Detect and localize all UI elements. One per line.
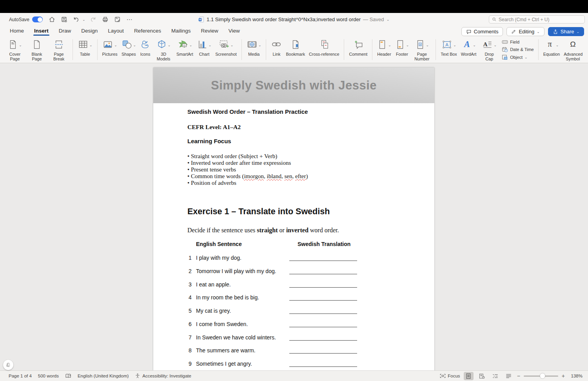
save-as-edit-icon[interactable]: [113, 15, 122, 24]
save-icon[interactable]: [60, 15, 68, 24]
zoom-slider-knob[interactable]: [540, 374, 545, 379]
svg-text:#: #: [419, 43, 421, 46]
autosave-toggle[interactable]: [32, 16, 43, 22]
translation-blank[interactable]: [289, 340, 357, 341]
footer-label: Footer: [396, 52, 408, 57]
translation-blank[interactable]: [289, 314, 357, 314]
svg-text:Ω: Ω: [570, 40, 575, 48]
zoom-level[interactable]: 138%: [568, 374, 583, 378]
row-number: 2: [189, 268, 192, 274]
home-icon[interactable]: [47, 15, 56, 24]
page-indicator[interactable]: Page 1 of 4: [9, 374, 32, 378]
document-page[interactable]: Simply Swedish with Jessie Swedish Word …: [153, 67, 434, 370]
omega-symbol-icon: Ω: [568, 39, 578, 51]
fingerprint-button[interactable]: [3, 360, 13, 370]
chevron-down-icon: ⌄: [258, 44, 261, 47]
document-canvas[interactable]: Simply Swedish with Jessie Swedish Word …: [0, 63, 588, 370]
draft-view-button[interactable]: [504, 372, 514, 380]
blank-page-button[interactable]: Blank Page: [26, 38, 48, 62]
english-sentence: I come from Sweden.: [196, 321, 248, 327]
proofing-status-icon[interactable]: [65, 373, 71, 379]
ribbon-divider: [538, 39, 539, 60]
tab-references[interactable]: References: [129, 28, 166, 37]
comment-button[interactable]: Comment: [347, 38, 369, 58]
screenshot-button[interactable]: ⌄ Screenshot: [213, 38, 239, 58]
tab-draw[interactable]: Draw: [54, 28, 76, 37]
ribbon-divider: [73, 39, 73, 60]
saved-dropdown-icon[interactable]: ⌄: [387, 17, 390, 22]
date-time-button[interactable]: Date & Time: [502, 46, 534, 53]
translation-blank[interactable]: [289, 261, 357, 261]
misspelled-word: efter: [295, 173, 306, 179]
wordart-label: WordArt: [461, 52, 476, 57]
zoom-in-button[interactable]: +: [562, 374, 565, 378]
cover-page-button[interactable]: ⌄ Cover Page: [4, 38, 26, 62]
zoom-slider[interactable]: [524, 376, 558, 377]
pictures-button[interactable]: ⌄ Pictures: [100, 38, 120, 58]
ribbon-group-illustrations: ⌄ Pictures ⌄ Shapes Icons ⌄ 3D Models: [100, 38, 239, 61]
english-sentence: In Sweden we have cold winters.: [196, 334, 276, 341]
bookmark-button[interactable]: Bookmark: [284, 38, 307, 58]
equation-button[interactable]: π ⌄ Equation: [541, 38, 562, 58]
print-layout-view-button[interactable]: [464, 372, 474, 380]
icons-button[interactable]: Icons: [138, 38, 152, 58]
undo-icon[interactable]: [72, 15, 80, 24]
tab-design[interactable]: Design: [76, 28, 103, 37]
zoom-out-button[interactable]: −: [517, 374, 520, 378]
chart-label: Chart: [199, 52, 209, 57]
link-button[interactable]: Link: [269, 38, 284, 58]
search-input[interactable]: [499, 17, 582, 22]
3d-models-button[interactable]: ⌄ 3D Models: [152, 38, 174, 62]
search-box[interactable]: [489, 15, 585, 24]
shapes-icon: [122, 39, 132, 51]
drop-cap-button[interactable]: A ⌄ Drop Cap: [478, 38, 500, 62]
tab-home[interactable]: Home: [5, 28, 29, 37]
accessibility-status[interactable]: Accessibility: Investigate: [135, 373, 191, 379]
field-button[interactable]: Field: [502, 39, 534, 45]
object-button[interactable]: Object ⌄: [502, 54, 534, 60]
table-row: 5My cat is grey.: [153, 308, 434, 318]
outline-view-button[interactable]: [490, 372, 500, 380]
pictures-label: Pictures: [102, 52, 118, 57]
translation-blank[interactable]: [289, 300, 357, 301]
print-icon[interactable]: [101, 15, 110, 24]
chevron-down-icon: ⌄: [426, 44, 429, 47]
text-box-button[interactable]: A ⌄ Text Box: [439, 38, 459, 58]
smartart-button[interactable]: ⌄ SmartArt: [174, 38, 195, 58]
translation-blank[interactable]: [289, 366, 357, 367]
header-button[interactable]: ⌄ Header: [375, 38, 393, 58]
table-button[interactable]: ⌄ Table: [76, 38, 94, 58]
cross-reference-button[interactable]: Cross-reference: [307, 38, 341, 58]
comments-button[interactable]: Comments: [461, 27, 503, 36]
web-layout-view-button[interactable]: [477, 372, 487, 380]
chart-button[interactable]: ⌄ Chart: [195, 38, 214, 58]
translation-blank[interactable]: [289, 287, 357, 288]
tab-layout[interactable]: Layout: [103, 28, 129, 37]
advanced-symbol-button[interactable]: Ω Advanced Symbol: [562, 38, 584, 62]
focus-mode-button[interactable]: Focus: [440, 374, 460, 378]
page-number-button[interactable]: # ⌄ Page Number: [411, 38, 433, 62]
shapes-button[interactable]: ⌄ Shapes: [120, 38, 138, 58]
editing-mode-button[interactable]: Editing ⌄: [506, 27, 544, 36]
translation-blank[interactable]: [289, 353, 357, 354]
ribbon-group-insert-objects: Field Date & Time Object ⌄: [500, 38, 535, 61]
translation-blank[interactable]: [289, 327, 357, 327]
footer-button[interactable]: ⌄ Footer: [393, 38, 411, 58]
ribbon-divider: [344, 39, 344, 60]
undo-dropdown-icon[interactable]: ⌄: [82, 18, 85, 22]
translation-blank[interactable]: [289, 274, 357, 274]
language-indicator[interactable]: English (United Kingdom): [78, 374, 129, 378]
more-commands-icon[interactable]: ⋯: [125, 15, 134, 24]
word-count[interactable]: 500 words: [38, 374, 59, 378]
tab-review[interactable]: Review: [196, 28, 223, 37]
cross-reference-label: Cross-reference: [309, 52, 339, 57]
ribbon: ⌄ Cover Page Blank Page Page Break ⌄ Ta: [0, 37, 588, 63]
tab-view[interactable]: View: [223, 28, 245, 37]
share-button[interactable]: Share ⌄: [548, 27, 584, 36]
wordart-button[interactable]: A ⌄ WordArt: [459, 38, 478, 58]
tab-insert[interactable]: Insert: [29, 28, 54, 37]
tab-mailings[interactable]: Mailings: [166, 28, 196, 37]
table-row: 3I eat an apple.: [153, 281, 434, 292]
page-break-button[interactable]: Page Break: [48, 38, 70, 62]
media-button[interactable]: ⌄ Media: [245, 38, 263, 58]
